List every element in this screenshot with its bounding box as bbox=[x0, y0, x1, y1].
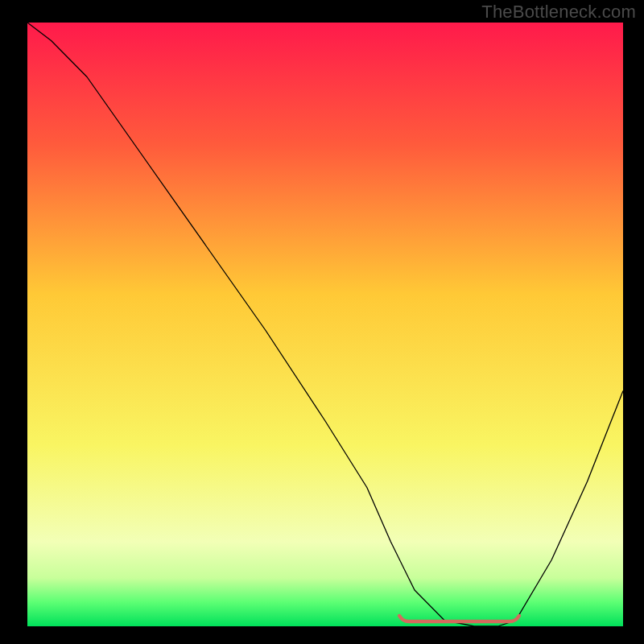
chart-container: TheBottleneck.com bbox=[0, 0, 644, 644]
gradient-background bbox=[27, 23, 623, 626]
chart-svg bbox=[27, 23, 623, 626]
watermark-text: TheBottleneck.com bbox=[481, 2, 636, 23]
plot-area bbox=[27, 23, 623, 626]
